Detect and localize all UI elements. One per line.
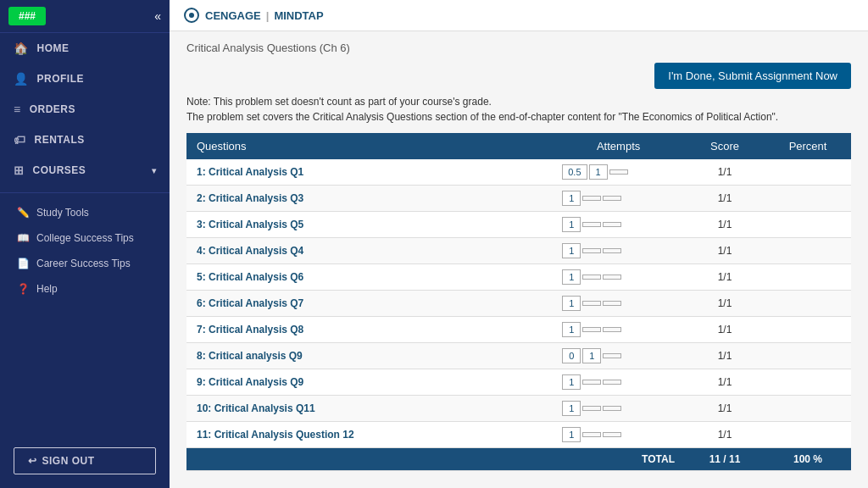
attempts-cell: 1 (552, 186, 685, 212)
sidebar-top: ### « (0, 0, 170, 33)
col-percent: Percent (765, 133, 851, 159)
question-link[interactable]: 8: Critical analysis Q9 (197, 350, 303, 362)
table-row: 10: Critical Analysis Q1111/1 (186, 396, 851, 422)
question-link[interactable]: 6: Critical Analysis Q7 (197, 297, 303, 309)
sidebar-item-home[interactable]: 🏠 HOME (0, 33, 170, 64)
question-link[interactable]: 3: Critical Analysis Q5 (197, 219, 303, 230)
attempt-box: 0 (562, 348, 581, 363)
table-row: 7: Critical Analysis Q811/1 (186, 317, 851, 343)
sidebar-item-orders[interactable]: ≡ ORDERS (0, 94, 170, 125)
attempt-box (603, 380, 621, 385)
content-area: Critical Analysis Questions (Ch 6) I'm D… (170, 31, 868, 488)
score-cell: 1/1 (685, 291, 765, 317)
col-attempts: Attempts (552, 133, 685, 159)
question-cell: 6: Critical Analysis Q7 (186, 291, 552, 317)
cengage-logo-icon (183, 7, 200, 24)
attempt-box: 1 (562, 217, 581, 232)
top-bar: CENGAGE | MINDTAP (170, 0, 868, 31)
attempt-box (582, 327, 601, 332)
nav-divider (0, 192, 170, 193)
attempt-box: 1 (562, 269, 581, 285)
question-link[interactable]: 4: Critical Analysis Q4 (197, 245, 303, 257)
attempt-box (603, 432, 621, 437)
career-success-icon: 📄 (17, 258, 30, 269)
attempt-box: 1 (562, 296, 581, 311)
score-cell: 1/1 (685, 317, 765, 343)
attempts-cell: 1 (552, 369, 685, 396)
attempt-box: 0.5 (562, 164, 587, 180)
sign-out-button[interactable]: ↩ SIGN OUT (14, 447, 156, 474)
question-link[interactable]: 7: Critical Analysis Q8 (197, 324, 303, 336)
attempt-box: 1 (562, 427, 581, 442)
question-link[interactable]: 11: Critical Analysis Question 12 (197, 429, 354, 441)
college-success-icon: 📖 (17, 232, 30, 244)
submit-assignment-button[interactable]: I'm Done, Submit Assignment Now (654, 63, 851, 89)
attempt-box (603, 222, 621, 227)
total-score: 11 / 11 (685, 448, 765, 471)
col-questions: Questions (186, 133, 552, 159)
attempt-box: 1 (562, 243, 581, 258)
product-name: MINDTAP (274, 9, 323, 22)
question-cell: 1: Critical Analysis Q1 (186, 159, 552, 186)
score-cell: 1/1 (685, 159, 765, 186)
study-tools-label: Study Tools (36, 207, 89, 219)
score-cell: 1/1 (685, 238, 765, 264)
question-link[interactable]: 9: Critical Analysis Q9 (197, 376, 303, 388)
collapse-button[interactable]: « (154, 9, 161, 23)
attempt-box: 1 (589, 164, 608, 180)
sidebar-item-orders-label: ORDERS (30, 103, 75, 115)
attempt-box: 1 (562, 191, 581, 206)
attempts-cell: 1 (552, 422, 685, 448)
sidebar-item-rentals[interactable]: 🏷 RENTALS (0, 125, 170, 155)
attempt-box (603, 406, 621, 411)
total-empty-cell (186, 448, 552, 471)
attempt-box (582, 380, 601, 385)
orders-icon: ≡ (14, 103, 21, 116)
chevron-down-icon: ▾ (152, 166, 157, 175)
attempt-box (582, 301, 601, 306)
question-link[interactable]: 5: Critical Analysis Q6 (197, 271, 303, 283)
question-link[interactable]: 2: Critical Analysis Q3 (197, 192, 303, 204)
attempt-box (603, 301, 621, 306)
brand-name: CENGAGE (205, 9, 261, 22)
table-row: 1: Critical Analysis Q10.511/1 (186, 159, 851, 186)
score-cell: 1/1 (685, 396, 765, 422)
question-link[interactable]: 1: Critical Analysis Q1 (197, 166, 303, 178)
attempt-box (582, 432, 601, 437)
help-icon: ❓ (17, 283, 30, 295)
question-cell: 5: Critical Analysis Q6 (186, 264, 552, 291)
score-cell: 1/1 (685, 212, 765, 238)
profile-icon: 👤 (14, 72, 29, 86)
percent-cell (765, 317, 851, 343)
attempt-box (609, 169, 628, 175)
table-row: 8: Critical analysis Q9011/1 (186, 343, 851, 369)
attempt-box: 1 (562, 401, 581, 416)
percent-cell (765, 159, 851, 186)
sidebar-item-career-success[interactable]: 📄 Career Success Tips (0, 251, 170, 276)
table-row: 2: Critical Analysis Q311/1 (186, 186, 851, 212)
total-row: TOTAL11 / 11100 % (186, 448, 851, 471)
sidebar-item-help[interactable]: ❓ Help (0, 276, 170, 302)
col-score: Score (685, 133, 765, 159)
total-percent: 100 % (765, 448, 851, 471)
question-link[interactable]: 10: Critical Analysis Q11 (197, 402, 315, 414)
home-icon: 🏠 (14, 42, 29, 55)
sidebar-item-courses[interactable]: ⊞ COURSES ▾ (0, 155, 170, 186)
attempt-box (603, 274, 621, 280)
percent-cell (765, 369, 851, 396)
brand-logo: CENGAGE | MINDTAP (183, 7, 324, 24)
main-content: CENGAGE | MINDTAP Critical Analysis Ques… (170, 0, 868, 488)
questions-table: Questions Attempts Score Percent 1: Crit… (186, 133, 851, 471)
college-success-label: College Success Tips (36, 232, 134, 244)
percent-cell (765, 238, 851, 264)
user-badge: ### (8, 7, 46, 25)
sidebar-item-profile[interactable]: 👤 PROFILE (0, 64, 170, 94)
percent-cell (765, 186, 851, 212)
page-title: Critical Analysis Questions (Ch 6) (186, 42, 851, 54)
attempts-cell: 1 (552, 238, 685, 264)
attempts-cell: 1 (552, 396, 685, 422)
sidebar-item-college-success[interactable]: 📖 College Success Tips (0, 225, 170, 251)
sidebar-item-study-tools[interactable]: ✏️ Study Tools (0, 200, 170, 225)
career-success-label: Career Success Tips (36, 258, 131, 269)
attempts-cell: 1 (552, 317, 685, 343)
